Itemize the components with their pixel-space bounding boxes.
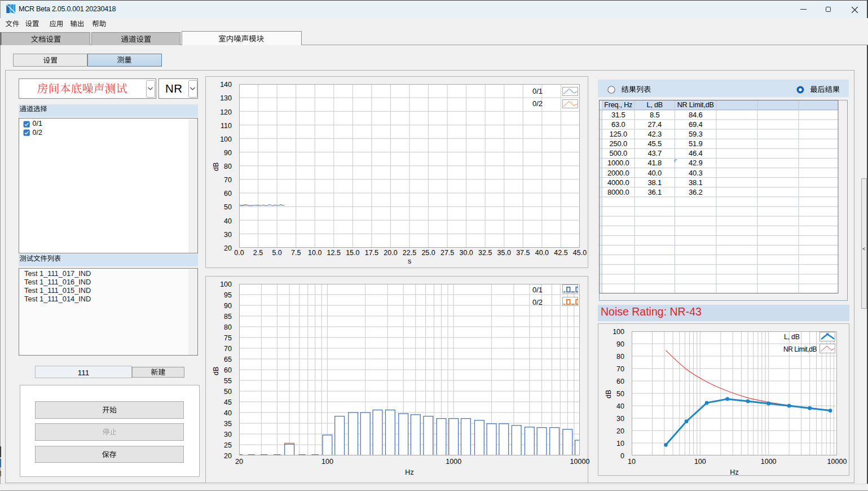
svg-text:40.3: 40.3 — [689, 169, 703, 177]
svg-text:59.3: 59.3 — [689, 130, 703, 138]
svg-text:42.3: 42.3 — [648, 130, 662, 138]
svg-text:36.2: 36.2 — [689, 188, 703, 196]
svg-text:Freq., Hz: Freq., Hz — [604, 101, 632, 109]
svg-text:38.1: 38.1 — [648, 178, 662, 187]
svg-text:46.4: 46.4 — [689, 149, 703, 157]
svg-text:250.0: 250.0 — [609, 139, 627, 148]
svg-text:2000.0: 2000.0 — [607, 169, 629, 177]
svg-text:8000.0: 8000.0 — [607, 188, 629, 196]
svg-text:69.4: 69.4 — [689, 120, 703, 129]
svg-text:500.0: 500.0 — [609, 149, 627, 157]
svg-text:4000.0: 4000.0 — [607, 178, 629, 187]
svg-text:42.9: 42.9 — [689, 159, 703, 167]
svg-text:27.4: 27.4 — [648, 120, 662, 129]
svg-text:L, dB: L, dB — [647, 101, 663, 109]
svg-text:38.1: 38.1 — [689, 178, 703, 187]
svg-text:36.1: 36.1 — [648, 188, 662, 196]
svg-text:1000.0: 1000.0 — [607, 159, 629, 167]
svg-text:NR Limit,dB: NR Limit,dB — [677, 101, 714, 109]
svg-text:41.8: 41.8 — [648, 159, 662, 167]
svg-text:40.0: 40.0 — [648, 169, 662, 177]
svg-text:51.9: 51.9 — [689, 139, 703, 148]
svg-text:31.5: 31.5 — [611, 111, 625, 119]
svg-text:45.5: 45.5 — [648, 139, 662, 148]
svg-text:125.0: 125.0 — [609, 130, 627, 138]
svg-text:63.0: 63.0 — [611, 120, 625, 129]
svg-text:84.6: 84.6 — [689, 111, 703, 119]
svg-text:43.7: 43.7 — [648, 149, 662, 157]
svg-text:8.5: 8.5 — [650, 111, 659, 119]
